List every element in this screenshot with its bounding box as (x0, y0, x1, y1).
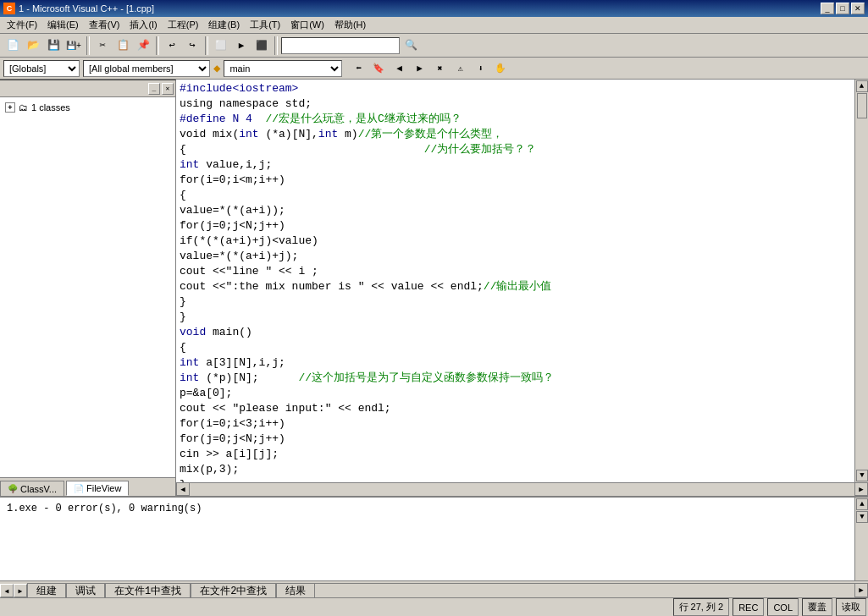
main-toolbar: 📄 📂 💾 💾+ ✂ 📋 📌 ↩ ↪ ⬜ ▶ ⬛ 🔍 (0, 34, 868, 58)
window-title: 1 - Microsoft Visual C++ - [1.cpp] (19, 3, 154, 14)
code-line: for(i=0;i<3;i++) (180, 416, 851, 432)
title-bar: C 1 - Microsoft Visual C++ - [1.cpp] _ □… (0, 0, 868, 17)
class-tree: + 🗂 1 classes (0, 97, 175, 477)
run-button[interactable]: ▶ (232, 36, 251, 55)
members-dropdown[interactable]: [All global members] (83, 60, 210, 77)
tab-debug[interactable]: 调试 (66, 583, 105, 597)
code-line: { (180, 188, 851, 203)
status-col: COL (767, 598, 799, 616)
panel-close-button[interactable]: ✕ (162, 83, 174, 95)
new-file-button[interactable]: 📄 (3, 36, 22, 55)
close-button[interactable]: ✕ (851, 3, 865, 14)
code-line: mix(p,3); (180, 462, 851, 477)
code-line: using namespace std; (180, 96, 851, 112)
output-panel: 1.exe - 0 error(s), 0 warning(s) ▲ ▼ ◀ ▶… (0, 496, 868, 597)
maximize-button[interactable]: □ (836, 3, 849, 14)
tree-root-item[interactable]: + 🗂 1 classes (3, 101, 172, 114)
code-line: int a[3][N],i,j; (180, 355, 851, 371)
left-panel-header: _ ✕ (0, 80, 175, 97)
bookmark-button[interactable]: 🔖 (369, 59, 388, 78)
window-controls: _ □ ✕ (821, 3, 865, 14)
copy-button[interactable]: 📋 (113, 36, 132, 55)
code-line: for(i=0;i<m;i++) (180, 173, 851, 188)
output-line: 1.exe - 0 error(s), 0 warning(s) (7, 501, 848, 516)
menu-project[interactable]: 工程(P) (163, 17, 204, 33)
tab-results[interactable]: 结果 (276, 583, 315, 597)
menu-window[interactable]: 窗口(W) (285, 17, 329, 33)
code-line: void main() (180, 325, 851, 340)
code-line: value=*(*(a+i)); (180, 203, 851, 218)
menu-bar: 文件(F) 编辑(E) 查看(V) 插入(I) 工程(P) 组建(B) 工具(T… (0, 17, 868, 34)
redo-button[interactable]: ↪ (183, 36, 202, 55)
code-line: } (180, 294, 851, 310)
menu-tools[interactable]: 工具(T) (245, 17, 285, 33)
output-scroll-right[interactable]: ▶ (854, 583, 868, 597)
next-error-button[interactable]: ⬇ (471, 59, 489, 78)
menu-view[interactable]: 查看(V) (84, 17, 125, 33)
status-rowcol: 行 27, 列 2 (673, 598, 730, 616)
undo-button[interactable]: ↩ (163, 36, 181, 55)
editor-area: #include<iostream>using namespace std;#d… (176, 80, 868, 496)
search-button[interactable]: 🔍 (401, 36, 420, 55)
editor-vscrollbar[interactable]: ▲ ▼ (854, 80, 868, 482)
save-file-button[interactable]: 💾 (44, 36, 63, 55)
toolbar-sep-2 (156, 36, 159, 55)
app-icon: C (3, 3, 15, 14)
search-input[interactable] (281, 37, 400, 54)
menu-help[interactable]: 帮助(H) (329, 17, 371, 33)
code-line: #define N 4 //宏是什么玩意，是从C继承过来的吗？ (180, 112, 851, 127)
left-panel-tabs: 🌳 ClassV... 📄 FileView (0, 477, 175, 496)
menu-edit[interactable]: 编辑(E) (42, 17, 84, 33)
prev-error-button[interactable]: ⚠ (451, 59, 469, 78)
hand-tool-button[interactable]: ✋ (491, 59, 510, 78)
code-line: } (180, 310, 851, 325)
code-line: cin >> a[i][j]; (180, 447, 851, 462)
fileview-tab-label: FileView (86, 483, 121, 493)
h-scrollbar-track[interactable] (190, 482, 854, 496)
content-area: _ ✕ + 🗂 1 classes 🌳 ClassV... (0, 80, 868, 597)
paste-button[interactable]: 📌 (134, 36, 152, 55)
minimize-button[interactable]: _ (821, 3, 834, 14)
stop-button[interactable]: ⬛ (252, 36, 271, 55)
clear-bookmarks-button[interactable]: ✖ (430, 59, 449, 78)
output-next-button[interactable]: ▶ (14, 584, 27, 597)
code-line: { (180, 340, 851, 355)
code-editor[interactable]: #include<iostream>using namespace std;#d… (176, 80, 854, 482)
left-panel: _ ✕ + 🗂 1 classes 🌳 ClassV... (0, 80, 176, 496)
function-dropdown[interactable]: main (224, 60, 342, 77)
status-mode2: 读取 (836, 598, 866, 616)
panel-minimize-button[interactable]: _ (148, 83, 160, 95)
open-file-button[interactable]: 📂 (24, 36, 42, 55)
menu-build[interactable]: 组建(B) (203, 17, 245, 33)
folder-icon: 🗂 (19, 102, 28, 113)
editor-hscrollbar-row: ◀ ▶ (176, 482, 868, 496)
code-line: value=*(*(a+i)+j); (180, 249, 851, 264)
tab-build[interactable]: 组建 (27, 583, 66, 597)
prev-bookmark-button[interactable]: ◀ (390, 59, 408, 78)
expand-icon[interactable]: + (5, 102, 15, 113)
code-line: if(*(*(a+i)+j)<value) (180, 234, 851, 249)
code-line: cout <<"line " << i ; (180, 264, 851, 279)
tab-find1[interactable]: 在文件1中查找 (105, 583, 191, 597)
cut-button[interactable]: ✂ (93, 36, 112, 55)
toolbar-sep-4 (274, 36, 278, 55)
fileview-tab[interactable]: 📄 FileView (66, 481, 129, 496)
nav-back-button[interactable]: ⬅ (349, 59, 368, 78)
compile-button[interactable]: ⬜ (212, 36, 230, 55)
menu-file[interactable]: 文件(F) (2, 17, 42, 33)
menu-insert[interactable]: 插入(I) (124, 17, 162, 33)
code-line: void mix(int (*a)[N],int m)//第一个参数是个什么类型… (180, 127, 851, 142)
output-tabs-row: ◀ ▶ 组建 调试 在文件1中查找 在文件2中查找 结果 ▶ (0, 580, 868, 597)
classview-tab[interactable]: 🌳 ClassV... (0, 481, 64, 496)
dropdown-toolbar: [Globals] [All global members] ◆ main ⬅ … (0, 58, 868, 80)
scroll-right-button[interactable]: ▶ (854, 482, 868, 496)
save-all-button[interactable]: 💾+ (64, 36, 83, 55)
main-window: C 1 - Microsoft Visual C++ - [1.cpp] _ □… (0, 0, 868, 616)
code-line: cout <<":the mix number is " << value <<… (180, 279, 851, 294)
globals-dropdown[interactable]: [Globals] (3, 60, 80, 77)
output-vscrollbar[interactable]: ▲ ▼ (854, 498, 868, 580)
scroll-left-button[interactable]: ◀ (176, 482, 190, 496)
tab-find2[interactable]: 在文件2中查找 (191, 583, 276, 597)
output-prev-button[interactable]: ◀ (0, 584, 14, 597)
next-bookmark-button[interactable]: ▶ (410, 59, 428, 78)
